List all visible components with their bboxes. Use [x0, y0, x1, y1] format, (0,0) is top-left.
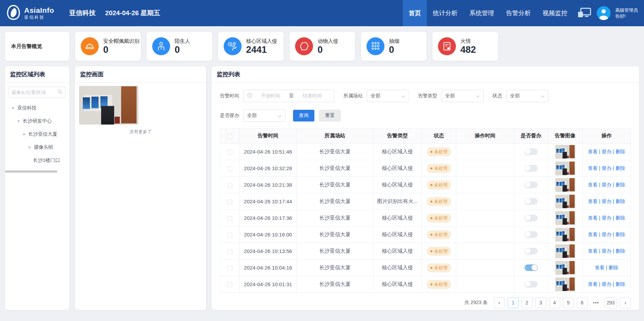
alarm-time-range-picker[interactable]: 开始时间 至 结束时间 [243, 90, 334, 102]
action-link-3[interactable]: 删除 [615, 281, 625, 287]
caret-down-icon[interactable]: ▼ [28, 145, 31, 149]
page-button-2[interactable]: 2 [521, 297, 533, 308]
user-avatar[interactable] [597, 6, 611, 20]
page-button-293[interactable]: 293 [604, 297, 617, 308]
tree-horizontal-scrollbar[interactable] [5, 171, 57, 173]
row-checkbox[interactable] [227, 282, 232, 287]
nav-item-1[interactable]: 首页 [403, 0, 427, 26]
alarm-image-thumbnail[interactable] [555, 228, 575, 242]
action-link-2[interactable]: 督办 [602, 215, 612, 221]
page-button-5[interactable]: 5 [563, 297, 574, 308]
caret-down-icon[interactable]: ▼ [17, 119, 20, 123]
supervise-toggle[interactable] [525, 165, 538, 172]
status-select[interactable]: 全部 [506, 90, 548, 102]
tree-node-3[interactable]: ▼长沙亚信大厦 [5, 128, 69, 141]
supervise-toggle[interactable] [525, 215, 538, 221]
station-select-value: 全部 [371, 93, 380, 99]
row-checkbox[interactable] [227, 216, 232, 221]
alarm-image-thumbnail[interactable] [555, 261, 575, 275]
row-checkbox[interactable] [227, 249, 232, 254]
nav-item-3[interactable]: 系统管理 [464, 0, 500, 26]
supervise-toggle[interactable] [525, 198, 538, 205]
page-button-3[interactable]: 3 [535, 297, 546, 308]
action-link-3[interactable]: 删除 [615, 198, 625, 204]
action-link-1[interactable]: 查看 [595, 265, 605, 270]
alarm-image-thumbnail[interactable] [555, 211, 575, 225]
alarm-image-thumbnail[interactable] [555, 195, 575, 208]
action-link-2[interactable]: 督办 [602, 182, 612, 187]
action-link-2[interactable]: 督办 [602, 165, 612, 171]
caret-down-icon[interactable]: ▼ [11, 106, 15, 110]
alarm-image-thumbnail[interactable] [555, 244, 575, 258]
action-link-2[interactable]: 督办 [602, 198, 612, 204]
supervise-toggle[interactable] [525, 248, 538, 254]
action-link-3[interactable]: 删除 [615, 232, 625, 237]
page-button-1[interactable]: 1 [508, 297, 519, 308]
action-link-3[interactable]: 删除 [615, 165, 625, 171]
caret-down-icon[interactable]: ▼ [22, 132, 26, 136]
supervise-toggle[interactable] [525, 281, 538, 288]
tree-node-1[interactable]: ▼亚信科技 [5, 101, 69, 115]
supervise-toggle[interactable] [525, 231, 538, 238]
row-checkbox[interactable] [227, 166, 232, 171]
supervise-toggle[interactable] [525, 148, 538, 155]
table-row: 2024-04-26 10:21:38长沙亚信大厦核心区域入侵未处理查看|督办|… [220, 177, 631, 193]
tree-node-4[interactable]: ▼摄像头组 [5, 141, 69, 154]
action-link-3[interactable]: 删除 [615, 182, 625, 187]
supervise-select[interactable]: 全部 [243, 109, 285, 122]
camera-search-input[interactable] [12, 90, 56, 95]
search-icon[interactable] [58, 89, 62, 96]
operation-time-cell [456, 276, 514, 293]
supervise-toggle[interactable] [525, 182, 538, 188]
action-link-2[interactable]: 督办 [602, 248, 612, 254]
select-all-checkbox[interactable] [227, 134, 232, 139]
nav-item-5[interactable]: 视频监控 [537, 0, 573, 26]
camera-snapshot-image[interactable] [79, 86, 138, 125]
alarm-image-thumbnail[interactable] [555, 145, 575, 159]
page-button-6[interactable]: 6 [577, 297, 588, 308]
action-link-1[interactable]: 查看 [588, 248, 598, 254]
action-link-2[interactable]: 删除 [608, 265, 618, 270]
type-select[interactable]: 全部 [441, 90, 484, 102]
end-time-placeholder[interactable]: 结束时间 [294, 93, 331, 99]
next-page-button[interactable]: › [620, 297, 631, 308]
alarm-image-thumbnail[interactable] [555, 178, 575, 192]
start-time-placeholder[interactable]: 开始时间 [252, 93, 289, 99]
action-link-3[interactable]: 删除 [615, 248, 625, 254]
action-link-1[interactable]: 查看 [588, 198, 598, 204]
tree-node-2[interactable]: ▼长沙研发中心 [5, 115, 69, 128]
alarm-image-thumbnail[interactable] [555, 162, 575, 175]
tree-node-5[interactable]: 长沙1楼门口 [5, 154, 69, 167]
row-checkbox[interactable] [227, 266, 232, 271]
nav-item-4[interactable]: 告警分析 [500, 0, 537, 26]
action-link-3[interactable]: 删除 [615, 215, 625, 221]
supervise-toggle[interactable] [525, 264, 538, 271]
station-select[interactable]: 全部 [367, 90, 409, 102]
row-checkbox[interactable] [227, 183, 232, 188]
action-link-1[interactable]: 查看 [588, 165, 598, 171]
supervise-select-value: 全部 [247, 113, 257, 119]
action-link-2[interactable]: 督办 [602, 149, 612, 154]
action-link-2[interactable]: 督办 [602, 232, 612, 237]
page-button-4[interactable]: 4 [549, 297, 560, 308]
action-link-1[interactable]: 查看 [588, 281, 598, 287]
prev-page-button[interactable]: ‹ [494, 297, 505, 308]
row-checkbox[interactable] [227, 233, 232, 237]
action-link-3[interactable]: 删除 [615, 149, 625, 154]
reset-button[interactable]: 重置 [319, 110, 341, 121]
row-checkbox[interactable] [227, 200, 232, 204]
page-ellipsis[interactable]: ••• [591, 297, 602, 308]
operation-time-cell [456, 144, 514, 160]
chevron-down-icon [278, 113, 282, 118]
multi-screen-monitor-icon[interactable] [577, 7, 592, 19]
action-link-2[interactable]: 督办 [602, 281, 612, 287]
row-checkbox[interactable] [227, 150, 232, 155]
query-button[interactable]: 查询 [293, 110, 314, 121]
action-link-1[interactable]: 查看 [588, 149, 598, 154]
action-link-1[interactable]: 查看 [588, 232, 598, 237]
nav-item-2[interactable]: 统计分析 [427, 0, 464, 26]
action-link-1[interactable]: 查看 [588, 215, 598, 221]
alarm-image-thumbnail[interactable] [555, 278, 575, 291]
action-link-1[interactable]: 查看 [588, 182, 598, 187]
action-separator: | [613, 248, 614, 254]
